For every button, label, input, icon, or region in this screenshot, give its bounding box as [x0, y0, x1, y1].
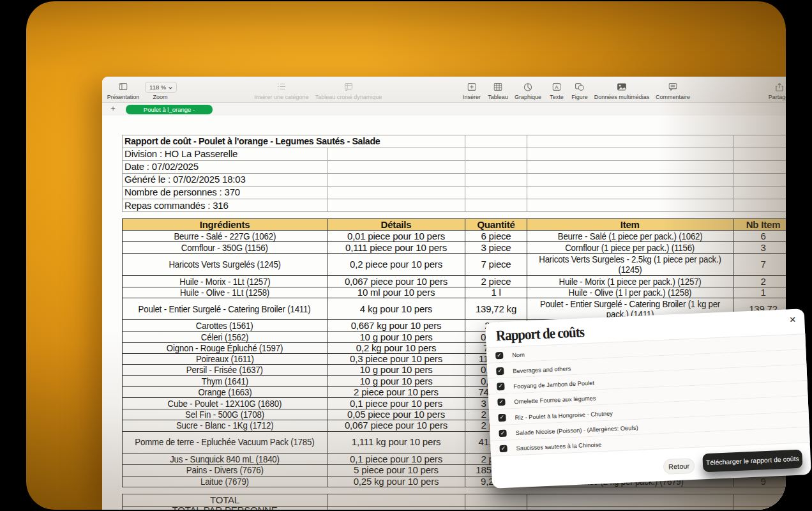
svg-text:A: A — [555, 84, 559, 90]
